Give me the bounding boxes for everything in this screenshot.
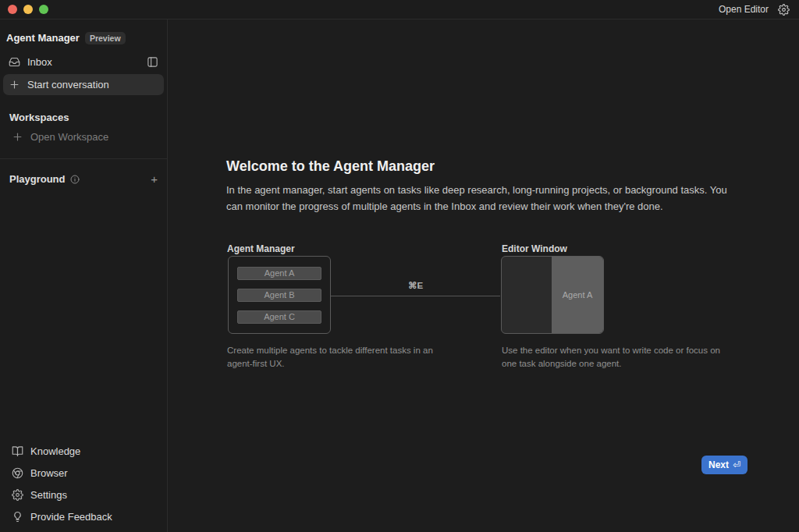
plus-icon xyxy=(9,79,20,90)
sidebar-item-label: Open Workspace xyxy=(30,131,108,143)
diagram-left-label: Agent Manager xyxy=(227,243,295,254)
sidebar-spacer xyxy=(0,190,167,441)
titlebar: Open Editor xyxy=(0,0,799,20)
welcome-content: Welcome to the Agent Manager In the agen… xyxy=(226,158,749,376)
sidebar-item-label: Start conversation xyxy=(27,79,109,90)
connector-line xyxy=(331,296,500,296)
editor-agent-pane: Agent A xyxy=(552,257,603,333)
minimize-window-button[interactable] xyxy=(23,5,33,14)
sidebar-divider xyxy=(0,158,167,159)
diagram-right-caption: Use the editor when you want to write co… xyxy=(502,344,723,370)
add-playground-button[interactable]: + xyxy=(151,173,158,185)
sidebar-item-provide-feedback[interactable]: Provide Feedback xyxy=(6,506,161,527)
open-editor-button[interactable]: Open Editor xyxy=(719,4,769,15)
sidebar-item-label: Inbox xyxy=(27,56,52,68)
preview-badge: Preview xyxy=(85,32,126,44)
next-button[interactable]: Next ⏎ xyxy=(701,456,748,474)
lightbulb-icon xyxy=(12,511,23,523)
playground-label: Playground xyxy=(9,173,66,185)
sidebar-item-start-conversation[interactable]: Start conversation xyxy=(3,74,164,95)
editor-window-box: Agent A xyxy=(501,256,604,334)
agent-chip: Agent A xyxy=(237,267,321,280)
app-window: Open Editor Agent Manager Preview Inbox xyxy=(0,0,799,532)
agent-manager-box: Agent A Agent B Agent C xyxy=(228,256,331,334)
info-icon[interactable] xyxy=(70,175,80,184)
diagram-right-label: Editor Window xyxy=(502,243,567,254)
sidebar-item-label: Knowledge xyxy=(30,445,80,457)
sidebar-item-label: Browser xyxy=(30,467,68,479)
diagram-left-caption: Create multiple agents to tackle differe… xyxy=(227,344,449,370)
sidebar-item-label: Provide Feedback xyxy=(30,511,112,523)
sidebar-item-knowledge[interactable]: Knowledge xyxy=(6,441,161,462)
sidebar-item-settings[interactable]: Settings xyxy=(6,484,161,505)
browser-icon xyxy=(12,467,23,479)
inbox-icon xyxy=(9,56,20,68)
page-title: Welcome to the Agent Manager xyxy=(226,158,749,175)
workspaces-section-header: Workspaces xyxy=(9,112,158,123)
agent-chip: Agent C xyxy=(237,310,321,324)
book-open-icon xyxy=(12,445,23,457)
app-title: Agent Manager xyxy=(6,32,80,44)
sidebar-item-label: Settings xyxy=(30,489,67,501)
return-key-icon: ⏎ xyxy=(733,459,740,470)
main-panel: Welcome to the Agent Manager In the agen… xyxy=(168,20,799,532)
keyboard-shortcut-label: ⌘E xyxy=(331,280,500,291)
editor-left-pane xyxy=(502,257,552,333)
gear-icon xyxy=(12,489,23,501)
maximize-window-button[interactable] xyxy=(39,5,48,14)
sidebar-item-open-workspace[interactable]: Open Workspace xyxy=(6,126,164,147)
toggle-sidebar-icon[interactable] xyxy=(147,56,158,68)
agent-manager-diagram: Agent Manager Agent A Agent B Agent C ⌘E… xyxy=(226,243,609,376)
traffic-lights xyxy=(8,5,48,14)
close-window-button[interactable] xyxy=(8,5,17,14)
agent-chip: Agent B xyxy=(237,289,321,302)
sidebar-header: Agent Manager Preview xyxy=(6,32,161,44)
page-description: In the agent manager, start agents on ta… xyxy=(226,182,735,215)
playground-section-header: Playground + xyxy=(9,168,158,190)
gear-icon[interactable] xyxy=(778,4,790,16)
next-button-label: Next xyxy=(708,459,729,470)
sidebar-item-inbox[interactable]: Inbox xyxy=(3,51,164,73)
sidebar-item-browser[interactable]: Browser xyxy=(6,463,161,484)
plus-icon xyxy=(12,131,23,143)
sidebar: Agent Manager Preview Inbox Start conver… xyxy=(0,20,168,532)
sidebar-bottom-group: Knowledge Browser Settings xyxy=(3,440,164,528)
